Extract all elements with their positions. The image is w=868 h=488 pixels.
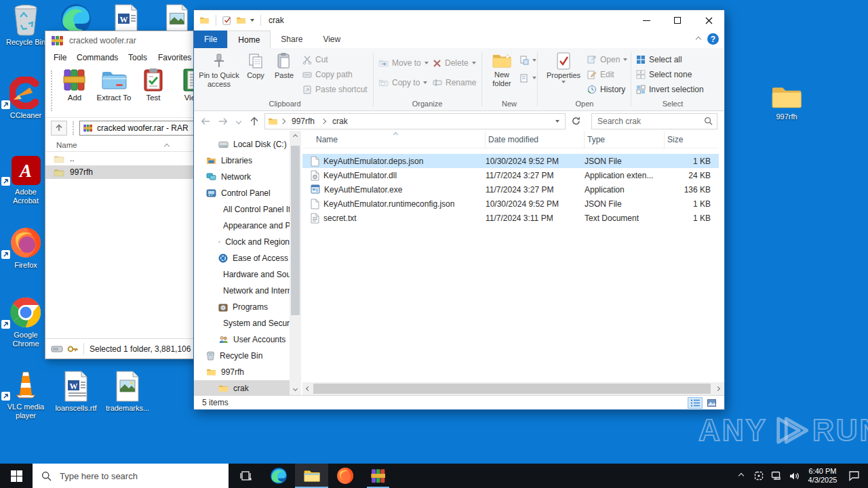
desktop-icon-997rfh[interactable]: 997rfh: [762, 78, 811, 121]
tab-file[interactable]: File: [194, 30, 227, 48]
nav-item-hardware-sound[interactable]: Hardware and Sound: [194, 266, 290, 283]
copy-button[interactable]: Copy: [241, 50, 270, 102]
nav-item-network-internet[interactable]: Network and Internet: [194, 283, 290, 299]
up-button[interactable]: [247, 114, 262, 129]
open-button[interactable]: Open: [587, 53, 627, 66]
desktop-icon-recycle-bin[interactable]: Recycle Bin: [1, 3, 50, 47]
menu-commands[interactable]: Commands: [77, 53, 128, 62]
file-row-deps-json[interactable]: KeyAuthEmulator.deps.json 10/30/2024 9:5…: [302, 154, 719, 168]
new-folder-quick-icon[interactable]: [236, 16, 246, 24]
maximize-button[interactable]: [662, 10, 693, 30]
nav-item-user-accounts[interactable]: User Accounts: [194, 331, 290, 348]
taskbar-firefox-button[interactable]: [328, 464, 361, 488]
column-header-name[interactable]: Name: [302, 131, 486, 148]
invert-selection-button[interactable]: Invert selection: [636, 83, 704, 96]
history-button[interactable]: History: [587, 83, 625, 96]
copy-path-button[interactable]: Copy path: [302, 68, 353, 81]
back-button[interactable]: [198, 114, 213, 129]
task-view-button[interactable]: [229, 464, 262, 488]
desktop-icon-firefox[interactable]: Firefox: [1, 226, 50, 270]
desktop-icon-image-top[interactable]: [164, 4, 190, 34]
minimize-button[interactable]: [631, 10, 662, 30]
select-all-button[interactable]: Select all: [636, 53, 682, 66]
cut-button[interactable]: Cut: [302, 53, 328, 66]
help-icon[interactable]: ?: [707, 33, 719, 45]
breadcrumb-chevron-icon[interactable]: [321, 118, 326, 123]
column-header-size[interactable]: Size: [665, 131, 717, 148]
nav-item-crak[interactable]: crak: [194, 380, 290, 395]
copy-to-button[interactable]: Copy to: [378, 76, 427, 89]
file-row-dll[interactable]: KeyAuthEmulator.dll 11/7/2024 3:27 PM Ap…: [302, 168, 719, 182]
scrollbar-thumb[interactable]: [313, 384, 711, 394]
scroll-down-button[interactable]: [290, 384, 301, 395]
edit-button[interactable]: Edit: [587, 68, 614, 81]
winrar-extract-button[interactable]: Extract To: [96, 68, 132, 115]
desktop-icon-google-chrome[interactable]: Google Chrome: [1, 296, 50, 348]
menu-favorites[interactable]: Favorites: [158, 53, 197, 62]
desktop-icon-vlc[interactable]: VLC media player: [1, 368, 50, 420]
nav-item-libraries[interactable]: Libraries: [194, 152, 290, 169]
nav-item-control-panel[interactable]: Control Panel: [194, 185, 290, 201]
properties-button[interactable]: Properties: [544, 50, 583, 102]
nav-item-clock-region[interactable]: Clock and Region: [194, 234, 290, 250]
tab-home[interactable]: Home: [227, 30, 271, 48]
forward-button[interactable]: [216, 114, 231, 129]
horizontal-scrollbar[interactable]: [302, 382, 724, 395]
winrar-test-button[interactable]: Test: [135, 68, 172, 115]
paste-shortcut-button[interactable]: Paste shortcut: [302, 83, 368, 96]
desktop-icon-adobe-acrobat[interactable]: A Adobe Acrobat: [1, 153, 50, 205]
collapse-ribbon-icon[interactable]: [696, 36, 701, 41]
desktop-icon-trademarks[interactable]: trademarks...: [103, 369, 152, 413]
nav-item-997rfh[interactable]: 997rfh: [194, 364, 290, 380]
desktop-icon-ccleaner[interactable]: CCleaner: [1, 77, 50, 120]
scrollbar-thumb[interactable]: [291, 146, 300, 315]
folder-icon[interactable]: [199, 16, 210, 24]
details-view-button[interactable]: [688, 397, 703, 409]
taskbar-clock[interactable]: 6:40 PM 4/3/2025: [803, 467, 842, 485]
scroll-left-icon[interactable]: [306, 386, 311, 391]
rename-button[interactable]: Rename: [433, 76, 476, 89]
nav-item-recycle-bin[interactable]: Recycle Bin: [194, 348, 290, 364]
search-input[interactable]: [596, 116, 704, 127]
tray-network-button[interactable]: [768, 464, 785, 488]
file-row-secret-txt[interactable]: secret.txt 11/7/2024 3:11 PM Text Docume…: [302, 211, 719, 225]
nav-item-local-disk[interactable]: Local Disk (C:): [194, 136, 290, 152]
menu-tools[interactable]: Tools: [128, 53, 158, 62]
scroll-right-icon[interactable]: [715, 386, 720, 391]
thumbnails-view-button[interactable]: [704, 397, 719, 409]
tray-volume-button[interactable]: [785, 464, 803, 488]
select-none-button[interactable]: Select none: [636, 68, 692, 81]
column-header-type[interactable]: Type: [585, 131, 665, 148]
explorer-titlebar[interactable]: crak: [194, 10, 724, 30]
tab-view[interactable]: View: [313, 30, 351, 48]
start-button[interactable]: [0, 464, 33, 488]
desktop-icon-loanscells-rtf[interactable]: W loanscells.rtf: [52, 369, 100, 413]
file-row-runtimeconfig[interactable]: KeyAuthEmulator.runtimeconfig.json 10/30…: [302, 197, 719, 211]
properties-quick-icon[interactable]: [222, 16, 232, 25]
tray-overflow-button[interactable]: [732, 464, 750, 488]
delete-button[interactable]: Delete: [433, 56, 476, 70]
menu-file[interactable]: File: [54, 53, 77, 62]
breadcrumb-crak[interactable]: crak: [328, 117, 352, 126]
nav-item-programs[interactable]: Programs: [194, 299, 290, 315]
taskbar-search-input[interactable]: [58, 470, 229, 482]
easy-access-button[interactable]: [519, 71, 536, 85]
nav-scrollbar[interactable]: [290, 131, 301, 395]
up-level-button[interactable]: [51, 121, 67, 136]
close-button[interactable]: [693, 10, 724, 30]
scroll-up-button[interactable]: [290, 131, 301, 142]
taskbar-edge-button[interactable]: [262, 464, 295, 488]
nav-item-network[interactable]: Network: [194, 169, 290, 185]
new-folder-button[interactable]: New folder: [486, 50, 518, 102]
address-bar[interactable]: 997rfh crak: [264, 113, 566, 129]
qat-customize-dropdown-icon[interactable]: [250, 19, 254, 22]
nav-item-system-security[interactable]: System and Security: [194, 315, 290, 331]
tray-connect-button[interactable]: [750, 464, 768, 488]
taskbar-winrar-button[interactable]: [361, 464, 395, 488]
nav-item-all-control-panel[interactable]: All Control Panel Items: [194, 201, 290, 218]
recent-locations-button[interactable]: [233, 114, 244, 129]
nav-item-ease-of-access[interactable]: Ease of Access: [194, 250, 290, 266]
column-header-date[interactable]: Date modified: [486, 131, 585, 148]
tab-share[interactable]: Share: [271, 30, 313, 48]
search-box[interactable]: [591, 113, 717, 129]
